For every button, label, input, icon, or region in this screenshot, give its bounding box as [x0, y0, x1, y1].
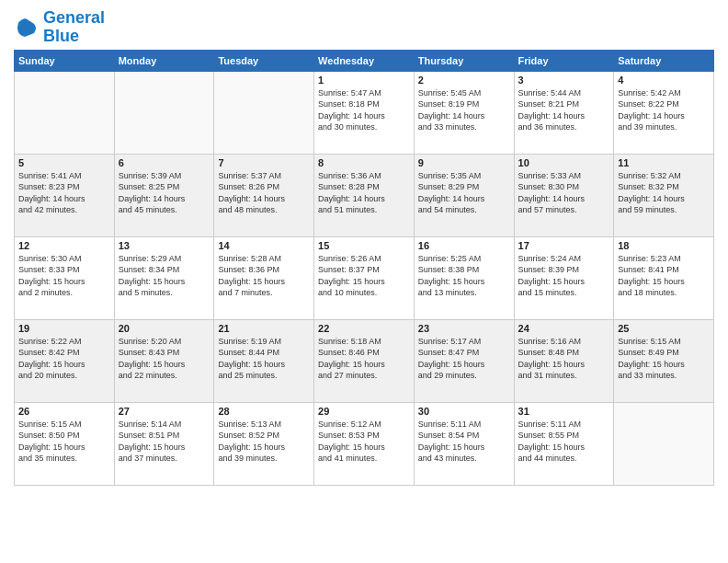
week-row-4: 19Sunrise: 5:22 AM Sunset: 8:42 PM Dayli… — [15, 319, 714, 402]
day-cell: 18Sunrise: 5:23 AM Sunset: 8:41 PM Dayli… — [614, 236, 714, 319]
day-cell — [614, 402, 714, 485]
day-number: 6 — [119, 157, 210, 168]
day-number: 18 — [618, 240, 710, 251]
day-cell: 27Sunrise: 5:14 AM Sunset: 8:51 PM Dayli… — [114, 402, 214, 485]
week-row-1: 1Sunrise: 5:47 AM Sunset: 8:18 PM Daylig… — [15, 71, 714, 154]
logo-icon — [14, 15, 40, 40]
day-info: Sunrise: 5:44 AM Sunset: 8:21 PM Dayligh… — [518, 87, 610, 133]
day-number: 29 — [318, 406, 410, 417]
day-cell: 28Sunrise: 5:13 AM Sunset: 8:52 PM Dayli… — [214, 402, 314, 485]
day-info: Sunrise: 5:32 AM Sunset: 8:32 PM Dayligh… — [618, 170, 710, 216]
day-cell: 4Sunrise: 5:42 AM Sunset: 8:22 PM Daylig… — [614, 71, 714, 154]
day-cell: 22Sunrise: 5:18 AM Sunset: 8:46 PM Dayli… — [314, 319, 415, 402]
day-cell: 21Sunrise: 5:19 AM Sunset: 8:44 PM Dayli… — [214, 319, 314, 402]
day-info: Sunrise: 5:45 AM Sunset: 8:19 PM Dayligh… — [418, 87, 510, 133]
day-number: 14 — [218, 240, 310, 251]
day-info: Sunrise: 5:11 AM Sunset: 8:55 PM Dayligh… — [518, 419, 610, 465]
day-header-wednesday: Wednesday — [314, 50, 415, 71]
day-cell: 29Sunrise: 5:12 AM Sunset: 8:53 PM Dayli… — [314, 402, 415, 485]
day-header-tuesday: Tuesday — [214, 50, 314, 71]
day-cell: 19Sunrise: 5:22 AM Sunset: 8:42 PM Dayli… — [15, 319, 115, 402]
day-number: 27 — [119, 406, 210, 417]
day-info: Sunrise: 5:30 AM Sunset: 8:33 PM Dayligh… — [18, 253, 110, 299]
day-number: 2 — [418, 75, 510, 86]
day-number: 24 — [518, 323, 610, 334]
day-info: Sunrise: 5:15 AM Sunset: 8:50 PM Dayligh… — [18, 419, 110, 465]
week-row-2: 5Sunrise: 5:41 AM Sunset: 8:23 PM Daylig… — [15, 154, 714, 236]
day-number: 17 — [518, 240, 610, 251]
day-cell: 24Sunrise: 5:16 AM Sunset: 8:48 PM Dayli… — [514, 319, 614, 402]
day-header-friday: Friday — [514, 50, 614, 71]
day-header-thursday: Thursday — [414, 50, 514, 71]
day-info: Sunrise: 5:39 AM Sunset: 8:25 PM Dayligh… — [119, 170, 210, 216]
day-number: 16 — [418, 240, 510, 251]
day-number: 8 — [318, 157, 410, 168]
day-info: Sunrise: 5:12 AM Sunset: 8:53 PM Dayligh… — [318, 419, 410, 465]
day-cell: 23Sunrise: 5:17 AM Sunset: 8:47 PM Dayli… — [414, 319, 514, 402]
page-container: General Blue SundayMondayTuesdayWednesda… — [0, 0, 728, 495]
day-number: 25 — [618, 323, 710, 334]
day-info: Sunrise: 5:14 AM Sunset: 8:51 PM Dayligh… — [119, 419, 210, 465]
day-info: Sunrise: 5:37 AM Sunset: 8:26 PM Dayligh… — [218, 170, 310, 216]
header-row: SundayMondayTuesdayWednesdayThursdayFrid… — [15, 50, 714, 71]
day-number: 1 — [318, 75, 410, 86]
day-cell — [114, 71, 214, 154]
day-info: Sunrise: 5:19 AM Sunset: 8:44 PM Dayligh… — [218, 336, 310, 382]
day-number: 26 — [18, 406, 110, 417]
day-info: Sunrise: 5:28 AM Sunset: 8:36 PM Dayligh… — [218, 253, 310, 299]
day-info: Sunrise: 5:11 AM Sunset: 8:54 PM Dayligh… — [418, 419, 510, 465]
day-info: Sunrise: 5:35 AM Sunset: 8:29 PM Dayligh… — [418, 170, 510, 216]
day-number: 15 — [318, 240, 410, 251]
week-row-5: 26Sunrise: 5:15 AM Sunset: 8:50 PM Dayli… — [15, 402, 714, 485]
day-info: Sunrise: 5:23 AM Sunset: 8:41 PM Dayligh… — [618, 253, 710, 299]
day-number: 11 — [618, 157, 710, 168]
day-cell: 1Sunrise: 5:47 AM Sunset: 8:18 PM Daylig… — [314, 71, 415, 154]
day-cell: 8Sunrise: 5:36 AM Sunset: 8:28 PM Daylig… — [314, 154, 415, 236]
day-cell: 20Sunrise: 5:20 AM Sunset: 8:43 PM Dayli… — [114, 319, 214, 402]
day-cell: 31Sunrise: 5:11 AM Sunset: 8:55 PM Dayli… — [514, 402, 614, 485]
day-number: 31 — [518, 406, 610, 417]
day-cell — [15, 71, 115, 154]
day-header-saturday: Saturday — [614, 50, 714, 71]
day-number: 30 — [418, 406, 510, 417]
day-number: 10 — [518, 157, 610, 168]
day-info: Sunrise: 5:29 AM Sunset: 8:34 PM Dayligh… — [119, 253, 210, 299]
day-number: 22 — [318, 323, 410, 334]
day-info: Sunrise: 5:16 AM Sunset: 8:48 PM Dayligh… — [518, 336, 610, 382]
day-info: Sunrise: 5:22 AM Sunset: 8:42 PM Dayligh… — [18, 336, 110, 382]
day-cell — [214, 71, 314, 154]
day-header-monday: Monday — [114, 50, 214, 71]
day-info: Sunrise: 5:20 AM Sunset: 8:43 PM Dayligh… — [119, 336, 210, 382]
day-cell: 6Sunrise: 5:39 AM Sunset: 8:25 PM Daylig… — [114, 154, 214, 236]
calendar-table: SundayMondayTuesdayWednesdayThursdayFrid… — [14, 50, 714, 486]
day-cell: 14Sunrise: 5:28 AM Sunset: 8:36 PM Dayli… — [214, 236, 314, 319]
day-cell: 30Sunrise: 5:11 AM Sunset: 8:54 PM Dayli… — [414, 402, 514, 485]
day-number: 20 — [119, 323, 210, 334]
day-info: Sunrise: 5:13 AM Sunset: 8:52 PM Dayligh… — [218, 419, 310, 465]
day-number: 4 — [618, 75, 710, 86]
day-cell: 2Sunrise: 5:45 AM Sunset: 8:19 PM Daylig… — [414, 71, 514, 154]
day-number: 9 — [418, 157, 510, 168]
day-cell: 7Sunrise: 5:37 AM Sunset: 8:26 PM Daylig… — [214, 154, 314, 236]
day-number: 23 — [418, 323, 510, 334]
day-cell: 25Sunrise: 5:15 AM Sunset: 8:49 PM Dayli… — [614, 319, 714, 402]
header: General Blue — [14, 9, 714, 46]
logo-text: General Blue — [43, 9, 105, 46]
day-cell: 26Sunrise: 5:15 AM Sunset: 8:50 PM Dayli… — [15, 402, 115, 485]
day-cell: 11Sunrise: 5:32 AM Sunset: 8:32 PM Dayli… — [614, 154, 714, 236]
day-info: Sunrise: 5:33 AM Sunset: 8:30 PM Dayligh… — [518, 170, 610, 216]
day-info: Sunrise: 5:18 AM Sunset: 8:46 PM Dayligh… — [318, 336, 410, 382]
day-info: Sunrise: 5:41 AM Sunset: 8:23 PM Dayligh… — [18, 170, 110, 216]
day-number: 7 — [218, 157, 310, 168]
day-cell: 16Sunrise: 5:25 AM Sunset: 8:38 PM Dayli… — [414, 236, 514, 319]
day-number: 5 — [18, 157, 110, 168]
day-number: 21 — [218, 323, 310, 334]
week-row-3: 12Sunrise: 5:30 AM Sunset: 8:33 PM Dayli… — [15, 236, 714, 319]
day-info: Sunrise: 5:36 AM Sunset: 8:28 PM Dayligh… — [318, 170, 410, 216]
day-number: 12 — [18, 240, 110, 251]
day-cell: 9Sunrise: 5:35 AM Sunset: 8:29 PM Daylig… — [414, 154, 514, 236]
day-header-sunday: Sunday — [15, 50, 115, 71]
day-info: Sunrise: 5:25 AM Sunset: 8:38 PM Dayligh… — [418, 253, 510, 299]
logo: General Blue — [14, 9, 105, 46]
day-number: 13 — [119, 240, 210, 251]
